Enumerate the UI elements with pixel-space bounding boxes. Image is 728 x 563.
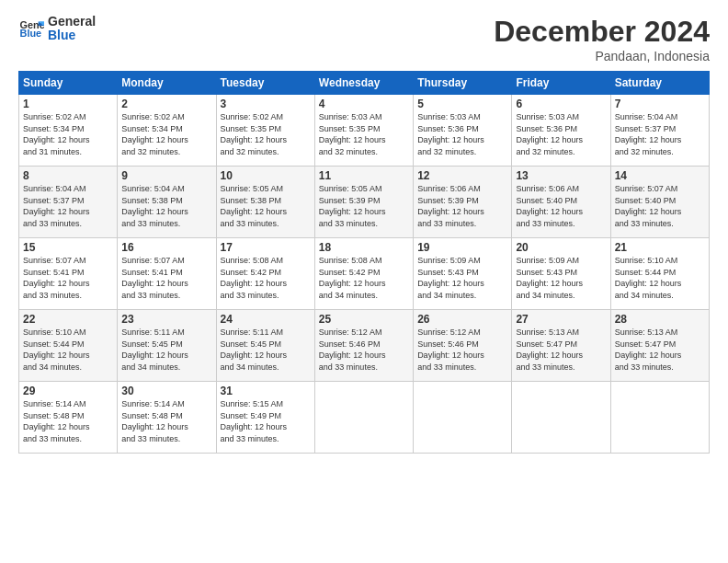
location: Pandaan, Indonesia: [494, 49, 710, 63]
day-number: 27: [516, 313, 606, 326]
day-info: Sunrise: 5:11 AMSunset: 5:45 PMDaylight:…: [121, 327, 211, 373]
week-row-1: 1Sunrise: 5:02 AMSunset: 5:34 PMDaylight…: [19, 95, 710, 167]
day-cell: 21Sunrise: 5:10 AMSunset: 5:44 PMDayligh…: [610, 238, 709, 310]
logo-icon: General Blue: [18, 16, 44, 41]
calendar-table: SundayMondayTuesdayWednesdayThursdayFrid…: [18, 71, 710, 454]
day-info: Sunrise: 5:03 AMSunset: 5:36 PMDaylight:…: [516, 111, 606, 157]
day-info: Sunrise: 5:10 AMSunset: 5:44 PMDaylight:…: [23, 327, 113, 373]
day-info: Sunrise: 5:04 AMSunset: 5:37 PMDaylight:…: [615, 111, 705, 157]
day-info: Sunrise: 5:05 AMSunset: 5:38 PMDaylight:…: [221, 183, 311, 229]
weekday-tuesday: Tuesday: [216, 72, 314, 95]
day-number: 31: [221, 385, 311, 397]
day-info: Sunrise: 5:10 AMSunset: 5:44 PMDaylight:…: [615, 255, 705, 301]
day-info: Sunrise: 5:02 AMSunset: 5:34 PMDaylight:…: [23, 111, 113, 157]
day-cell: 24Sunrise: 5:11 AMSunset: 5:45 PMDayligh…: [216, 310, 314, 382]
logo-general: General: [48, 15, 96, 29]
day-cell: [512, 382, 610, 454]
day-number: 25: [319, 313, 409, 326]
logo-blue: Blue: [48, 29, 96, 42]
day-cell: 26Sunrise: 5:12 AMSunset: 5:46 PMDayligh…: [414, 310, 512, 382]
month-title: December 2024: [494, 15, 710, 49]
day-number: 23: [121, 313, 211, 326]
day-number: 22: [23, 313, 113, 326]
day-number: 13: [516, 169, 606, 182]
day-info: Sunrise: 5:03 AMSunset: 5:35 PMDaylight:…: [319, 111, 409, 157]
day-cell: 12Sunrise: 5:06 AMSunset: 5:39 PMDayligh…: [414, 167, 512, 238]
day-info: Sunrise: 5:07 AMSunset: 5:40 PMDaylight:…: [615, 183, 705, 229]
day-cell: 22Sunrise: 5:10 AMSunset: 5:44 PMDayligh…: [19, 310, 118, 382]
day-number: 7: [615, 98, 705, 110]
weekday-saturday: Saturday: [610, 72, 709, 95]
day-info: Sunrise: 5:02 AMSunset: 5:35 PMDaylight:…: [221, 111, 311, 157]
day-cell: 9Sunrise: 5:04 AMSunset: 5:38 PMDaylight…: [118, 167, 216, 238]
day-number: 16: [121, 241, 211, 254]
day-info: Sunrise: 5:04 AMSunset: 5:37 PMDaylight:…: [23, 183, 113, 229]
day-cell: 14Sunrise: 5:07 AMSunset: 5:40 PMDayligh…: [610, 167, 709, 238]
day-info: Sunrise: 5:05 AMSunset: 5:39 PMDaylight:…: [319, 183, 409, 229]
day-cell: 11Sunrise: 5:05 AMSunset: 5:39 PMDayligh…: [314, 167, 413, 238]
logo: General Blue General Blue: [18, 15, 96, 43]
day-info: Sunrise: 5:02 AMSunset: 5:34 PMDaylight:…: [121, 111, 211, 157]
day-cell: 13Sunrise: 5:06 AMSunset: 5:40 PMDayligh…: [512, 167, 610, 238]
day-info: Sunrise: 5:15 AMSunset: 5:49 PMDaylight:…: [221, 398, 311, 444]
day-number: 19: [417, 241, 507, 254]
day-cell: 28Sunrise: 5:13 AMSunset: 5:47 PMDayligh…: [610, 310, 709, 382]
day-info: Sunrise: 5:13 AMSunset: 5:47 PMDaylight:…: [615, 327, 705, 373]
day-cell: 31Sunrise: 5:15 AMSunset: 5:49 PMDayligh…: [216, 382, 314, 454]
day-cell: 25Sunrise: 5:12 AMSunset: 5:46 PMDayligh…: [314, 310, 413, 382]
day-number: 29: [23, 385, 113, 397]
day-info: Sunrise: 5:08 AMSunset: 5:42 PMDaylight:…: [319, 255, 409, 301]
day-cell: 7Sunrise: 5:04 AMSunset: 5:37 PMDaylight…: [610, 95, 709, 167]
week-row-4: 22Sunrise: 5:10 AMSunset: 5:44 PMDayligh…: [19, 310, 710, 382]
day-cell: 19Sunrise: 5:09 AMSunset: 5:43 PMDayligh…: [414, 238, 512, 310]
day-info: Sunrise: 5:12 AMSunset: 5:46 PMDaylight:…: [417, 327, 507, 373]
day-number: 6: [516, 98, 606, 110]
day-number: 8: [23, 169, 113, 182]
day-number: 10: [221, 169, 311, 182]
svg-text:Blue: Blue: [20, 29, 42, 40]
day-info: Sunrise: 5:09 AMSunset: 5:43 PMDaylight:…: [516, 255, 606, 301]
header: General Blue General Blue December 2024 …: [18, 15, 710, 63]
day-cell: 5Sunrise: 5:03 AMSunset: 5:36 PMDaylight…: [414, 95, 512, 167]
day-info: Sunrise: 5:06 AMSunset: 5:40 PMDaylight:…: [516, 183, 606, 229]
day-cell: 6Sunrise: 5:03 AMSunset: 5:36 PMDaylight…: [512, 95, 610, 167]
day-cell: 17Sunrise: 5:08 AMSunset: 5:42 PMDayligh…: [216, 238, 314, 310]
day-number: 12: [417, 169, 507, 182]
day-info: Sunrise: 5:11 AMSunset: 5:45 PMDaylight:…: [221, 327, 311, 373]
day-cell: 1Sunrise: 5:02 AMSunset: 5:34 PMDaylight…: [19, 95, 118, 167]
week-row-3: 15Sunrise: 5:07 AMSunset: 5:41 PMDayligh…: [19, 238, 710, 310]
weekday-sunday: Sunday: [19, 72, 118, 95]
day-number: 21: [615, 241, 705, 254]
day-number: 14: [615, 169, 705, 182]
day-number: 1: [23, 98, 113, 110]
day-cell: [610, 382, 709, 454]
week-row-2: 8Sunrise: 5:04 AMSunset: 5:37 PMDaylight…: [19, 167, 710, 238]
day-number: 26: [417, 313, 507, 326]
day-cell: 10Sunrise: 5:05 AMSunset: 5:38 PMDayligh…: [216, 167, 314, 238]
day-cell: 23Sunrise: 5:11 AMSunset: 5:45 PMDayligh…: [118, 310, 216, 382]
weekday-thursday: Thursday: [414, 72, 512, 95]
day-cell: 20Sunrise: 5:09 AMSunset: 5:43 PMDayligh…: [512, 238, 610, 310]
day-cell: 18Sunrise: 5:08 AMSunset: 5:42 PMDayligh…: [314, 238, 413, 310]
day-number: 18: [319, 241, 409, 254]
week-row-5: 29Sunrise: 5:14 AMSunset: 5:48 PMDayligh…: [19, 382, 710, 454]
day-number: 9: [121, 169, 211, 182]
day-number: 28: [615, 313, 705, 326]
page: General Blue General Blue December 2024 …: [0, 0, 728, 563]
day-info: Sunrise: 5:09 AMSunset: 5:43 PMDaylight:…: [417, 255, 507, 301]
weekday-header-row: SundayMondayTuesdayWednesdayThursdayFrid…: [19, 72, 710, 95]
day-cell: [314, 382, 413, 454]
day-cell: [414, 382, 512, 454]
day-number: 17: [221, 241, 311, 254]
day-number: 2: [121, 98, 211, 110]
day-cell: 29Sunrise: 5:14 AMSunset: 5:48 PMDayligh…: [19, 382, 118, 454]
day-info: Sunrise: 5:07 AMSunset: 5:41 PMDaylight:…: [121, 255, 211, 301]
day-number: 11: [319, 169, 409, 182]
day-info: Sunrise: 5:08 AMSunset: 5:42 PMDaylight:…: [221, 255, 311, 301]
day-cell: 3Sunrise: 5:02 AMSunset: 5:35 PMDaylight…: [216, 95, 314, 167]
day-number: 20: [516, 241, 606, 254]
day-info: Sunrise: 5:03 AMSunset: 5:36 PMDaylight:…: [417, 111, 507, 157]
weekday-wednesday: Wednesday: [314, 72, 413, 95]
day-number: 3: [221, 98, 311, 110]
day-info: Sunrise: 5:14 AMSunset: 5:48 PMDaylight:…: [23, 398, 113, 444]
